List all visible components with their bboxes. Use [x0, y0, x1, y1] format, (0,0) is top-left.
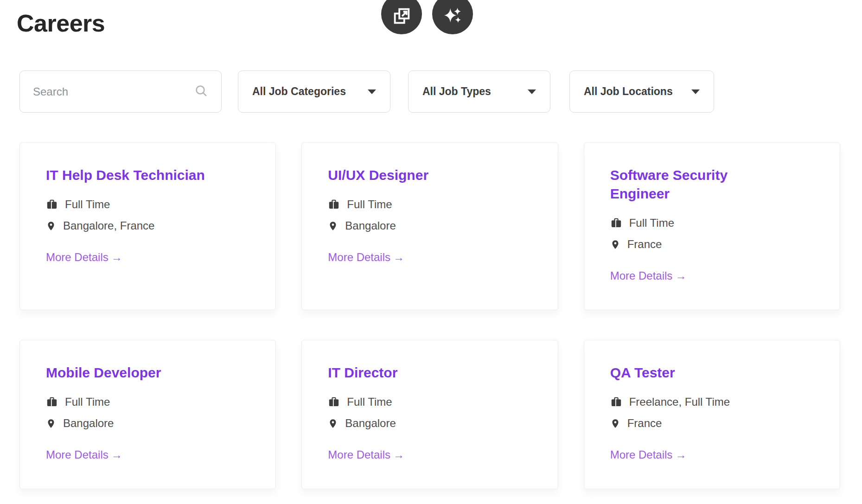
- job-title-link[interactable]: UI/UX Designer: [328, 166, 509, 185]
- briefcase-icon: [610, 396, 622, 408]
- job-meta: Full Time France: [610, 216, 814, 251]
- more-details-label: More Details: [46, 251, 109, 263]
- more-details-link[interactable]: More Details→: [46, 448, 122, 462]
- briefcase-icon: [328, 396, 340, 408]
- open-external-button[interactable]: [381, 0, 422, 34]
- job-type-value: Full Time: [65, 395, 110, 409]
- location-pin-icon: [610, 417, 620, 430]
- job-meta: Full Time Bangalore: [328, 198, 531, 233]
- job-type-value: Full Time: [629, 216, 674, 230]
- briefcase-icon: [46, 396, 58, 408]
- caret-down-icon: [528, 89, 536, 94]
- job-types-dropdown-label: All Job Types: [422, 85, 491, 98]
- job-type-value: Freelance, Full Time: [629, 395, 730, 409]
- more-details-link[interactable]: More Details→: [610, 269, 687, 283]
- location-pin-icon: [46, 417, 56, 430]
- job-title-link[interactable]: IT Director: [328, 364, 509, 382]
- job-location-value: Bangalore, France: [63, 219, 154, 233]
- job-type-row: Freelance, Full Time: [610, 395, 814, 409]
- job-card: IT Director Full Time: [301, 340, 558, 489]
- job-location-value: Bangalore: [63, 416, 114, 430]
- more-details-link[interactable]: More Details→: [328, 448, 404, 462]
- job-location-row: Bangalore: [46, 416, 249, 430]
- location-pin-icon: [46, 220, 56, 232]
- job-location-row: Bangalore: [328, 416, 531, 430]
- job-location-row: Bangalore: [328, 219, 531, 233]
- caret-down-icon: [691, 89, 700, 94]
- job-categories-dropdown[interactable]: All Job Categories: [238, 70, 390, 113]
- job-meta: Full Time Bangalore, France: [46, 198, 249, 233]
- job-location-value: France: [627, 416, 662, 430]
- job-title-link[interactable]: Mobile Developer: [46, 364, 227, 382]
- open-external-icon: [391, 6, 412, 27]
- more-details-link[interactable]: More Details→: [610, 448, 687, 462]
- job-location-row: Bangalore, France: [46, 219, 249, 233]
- job-type-row: Full Time: [328, 198, 531, 211]
- job-location-value: Bangalore: [345, 219, 396, 233]
- job-meta: Freelance, Full Time France: [610, 395, 814, 430]
- job-location-value: France: [627, 237, 662, 251]
- arrow-right-icon: →: [111, 448, 122, 461]
- job-title-link[interactable]: QA Tester: [610, 364, 791, 382]
- more-details-label: More Details: [610, 269, 673, 282]
- more-details-label: More Details: [46, 448, 109, 461]
- floating-action-buttons: [381, 0, 473, 34]
- job-types-dropdown[interactable]: All Job Types: [408, 70, 550, 113]
- job-card: UI/UX Designer Full Time: [301, 142, 558, 310]
- arrow-right-icon: →: [393, 251, 404, 263]
- job-title-link[interactable]: IT Help Desk Technician: [46, 166, 227, 185]
- job-location-value: Bangalore: [345, 416, 396, 430]
- job-locations-dropdown[interactable]: All Job Locations: [569, 70, 714, 113]
- job-card: QA Tester Freelance, Full Time: [584, 340, 840, 489]
- job-title-link[interactable]: Software Security Engineer: [610, 166, 791, 203]
- job-grid: IT Help Desk Technician Full Time: [19, 142, 840, 489]
- job-type-value: Full Time: [65, 198, 110, 211]
- job-card: Software Security Engineer Full Time: [584, 142, 840, 310]
- job-type-value: Full Time: [347, 395, 392, 409]
- job-locations-dropdown-label: All Job Locations: [584, 85, 673, 98]
- location-pin-icon: [610, 238, 620, 251]
- search-input[interactable]: [19, 70, 222, 113]
- job-location-row: France: [610, 416, 814, 430]
- more-details-label: More Details: [610, 448, 673, 461]
- more-details-link[interactable]: More Details→: [328, 250, 404, 264]
- location-pin-icon: [328, 417, 338, 430]
- job-card: Mobile Developer Full Time: [19, 340, 276, 489]
- job-meta: Full Time Bangalore: [46, 395, 249, 430]
- location-pin-icon: [328, 220, 338, 232]
- more-details-label: More Details: [328, 251, 390, 263]
- job-location-row: France: [610, 237, 814, 251]
- arrow-right-icon: →: [675, 269, 686, 282]
- job-type-value: Full Time: [347, 198, 392, 211]
- briefcase-icon: [328, 198, 340, 211]
- arrow-right-icon: →: [111, 251, 122, 263]
- job-meta: Full Time Bangalore: [328, 395, 531, 430]
- caret-down-icon: [368, 89, 376, 94]
- sparkles-button[interactable]: [432, 0, 473, 34]
- search-icon: [194, 83, 209, 100]
- sparkles-icon: [442, 6, 463, 27]
- arrow-right-icon: →: [675, 448, 686, 461]
- briefcase-icon: [610, 217, 622, 229]
- more-details-label: More Details: [328, 448, 390, 461]
- job-type-row: Full Time: [328, 395, 531, 409]
- arrow-right-icon: →: [393, 448, 404, 461]
- more-details-link[interactable]: More Details→: [46, 250, 122, 264]
- job-type-row: Full Time: [46, 395, 249, 409]
- page-title: Careers: [17, 9, 105, 37]
- job-card: IT Help Desk Technician Full Time: [19, 142, 276, 310]
- briefcase-icon: [46, 198, 58, 211]
- job-type-row: Full Time: [46, 198, 249, 211]
- job-type-row: Full Time: [610, 216, 814, 230]
- job-categories-dropdown-label: All Job Categories: [252, 85, 346, 98]
- search-field: [19, 70, 222, 113]
